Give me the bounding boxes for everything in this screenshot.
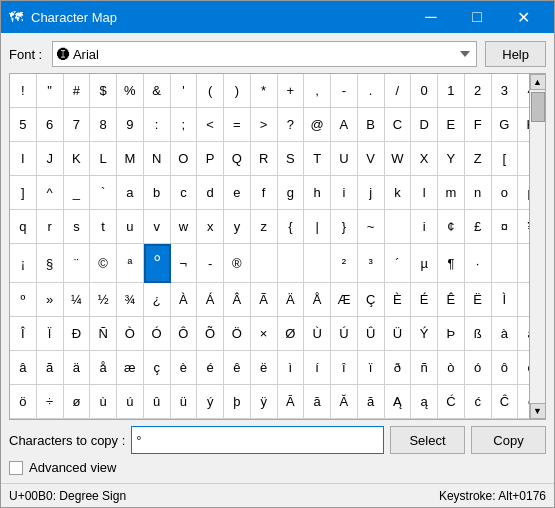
char-cell[interactable]: § — [37, 244, 64, 283]
char-cell[interactable]: T — [304, 142, 331, 176]
char-cell[interactable]: ; — [171, 108, 198, 142]
char-cell[interactable]: ¬ — [171, 244, 198, 283]
char-cell[interactable]: º — [10, 283, 37, 317]
maximize-button[interactable]: □ — [454, 1, 500, 33]
char-cell[interactable]: Ā — [278, 385, 305, 419]
char-cell[interactable]: I — [10, 142, 37, 176]
char-cell[interactable]: Å — [304, 283, 331, 317]
char-cell[interactable]: ¨ — [64, 244, 91, 283]
char-cell[interactable]: ó — [465, 351, 492, 385]
char-cell[interactable]: w — [171, 210, 198, 244]
char-cell[interactable]: ` — [90, 176, 117, 210]
char-cell[interactable]: ö — [10, 385, 37, 419]
char-cell[interactable]: Â — [224, 283, 251, 317]
help-button[interactable]: Help — [485, 41, 546, 67]
char-cell[interactable]: × — [251, 317, 278, 351]
char-cell[interactable]: _ — [64, 176, 91, 210]
char-cell[interactable]: ò — [438, 351, 465, 385]
char-cell[interactable]: F — [465, 108, 492, 142]
char-cell[interactable]: : — [144, 108, 171, 142]
char-cell[interactable]: 6 — [37, 108, 64, 142]
char-cell[interactable]: ð — [385, 351, 412, 385]
char-cell[interactable]: ½ — [90, 283, 117, 317]
char-cell[interactable]: ÿ — [251, 385, 278, 419]
char-cell[interactable]: â — [10, 351, 37, 385]
char-cell[interactable]: Ü — [385, 317, 412, 351]
char-cell[interactable]: J — [37, 142, 64, 176]
char-cell[interactable]: Ì — [492, 283, 519, 317]
char-cell[interactable]: . — [358, 74, 385, 108]
char-cell[interactable] — [278, 244, 305, 283]
char-cell[interactable]: Û — [358, 317, 385, 351]
close-button[interactable]: ✕ — [500, 1, 546, 33]
char-cell[interactable]: È — [385, 283, 412, 317]
char-cell[interactable]: û — [144, 385, 171, 419]
char-cell[interactable]: Á — [197, 283, 224, 317]
char-cell[interactable]: Æ — [331, 283, 358, 317]
char-cell[interactable]: 7 — [64, 108, 91, 142]
char-cell[interactable]: q — [10, 210, 37, 244]
char-cell[interactable]: i — [411, 210, 438, 244]
char-cell[interactable]: µ — [411, 244, 438, 283]
char-cell[interactable]: ô — [492, 351, 519, 385]
char-cell[interactable]: è — [171, 351, 198, 385]
char-cell[interactable]: î — [331, 351, 358, 385]
char-cell[interactable]: E — [438, 108, 465, 142]
char-cell[interactable]: C — [385, 108, 412, 142]
char-cell[interactable]: ) — [224, 74, 251, 108]
char-cell[interactable]: # — [64, 74, 91, 108]
char-cell[interactable]: n — [465, 176, 492, 210]
char-cell[interactable]: ÷ — [37, 385, 64, 419]
char-cell[interactable]: Ç — [358, 283, 385, 317]
char-cell[interactable]: t — [90, 210, 117, 244]
char-cell[interactable]: ! — [10, 74, 37, 108]
char-cell[interactable]: , — [304, 74, 331, 108]
char-cell[interactable]: i — [331, 176, 358, 210]
char-cell[interactable]: ø — [64, 385, 91, 419]
char-cell[interactable]: ã — [37, 351, 64, 385]
char-cell[interactable]: ï — [358, 351, 385, 385]
char-cell[interactable]: Ă — [331, 385, 358, 419]
char-cell[interactable]: ā — [304, 385, 331, 419]
char-cell[interactable]: W — [385, 142, 412, 176]
char-cell[interactable]: Ð — [64, 317, 91, 351]
char-cell[interactable]: æ — [117, 351, 144, 385]
char-cell[interactable]: l — [411, 176, 438, 210]
char-cell[interactable]: a — [117, 176, 144, 210]
char-cell[interactable]: · — [465, 244, 492, 283]
char-cell[interactable]: ê — [224, 351, 251, 385]
select-button[interactable]: Select — [390, 426, 465, 454]
char-cell[interactable]: Ý — [411, 317, 438, 351]
char-cell[interactable]: 8 — [90, 108, 117, 142]
char-cell[interactable]: A — [331, 108, 358, 142]
char-cell[interactable]: ú — [117, 385, 144, 419]
char-cell[interactable]: ñ — [411, 351, 438, 385]
char-cell[interactable]: 5 — [10, 108, 37, 142]
char-cell[interactable]: x — [197, 210, 224, 244]
char-cell[interactable]: D — [411, 108, 438, 142]
char-cell[interactable]: N — [144, 142, 171, 176]
char-cell[interactable]: Y — [438, 142, 465, 176]
char-cell[interactable]: Ê — [438, 283, 465, 317]
char-cell[interactable]: ù — [90, 385, 117, 419]
char-cell[interactable]: ~ — [358, 210, 385, 244]
char-cell[interactable]: ¿ — [144, 283, 171, 317]
char-cell[interactable]: Ć — [438, 385, 465, 419]
copy-button[interactable]: Copy — [471, 426, 546, 454]
char-cell[interactable]: | — [304, 210, 331, 244]
char-cell[interactable]: É — [411, 283, 438, 317]
char-cell[interactable]: ® — [224, 244, 251, 283]
scroll-up-arrow[interactable]: ▲ — [530, 74, 546, 90]
char-cell[interactable]: < — [197, 108, 224, 142]
char-cell[interactable]: ¤ — [492, 210, 519, 244]
char-cell[interactable]: ¢ — [438, 210, 465, 244]
char-cell[interactable]: h — [304, 176, 331, 210]
char-cell[interactable]: $ — [90, 74, 117, 108]
char-cell[interactable]: Z — [465, 142, 492, 176]
char-cell[interactable]: À — [171, 283, 198, 317]
char-cell[interactable]: R — [251, 142, 278, 176]
char-cell[interactable]: ß — [465, 317, 492, 351]
char-cell[interactable]: k — [385, 176, 412, 210]
char-cell[interactable]: u — [117, 210, 144, 244]
char-cell[interactable]: 0 — [411, 74, 438, 108]
